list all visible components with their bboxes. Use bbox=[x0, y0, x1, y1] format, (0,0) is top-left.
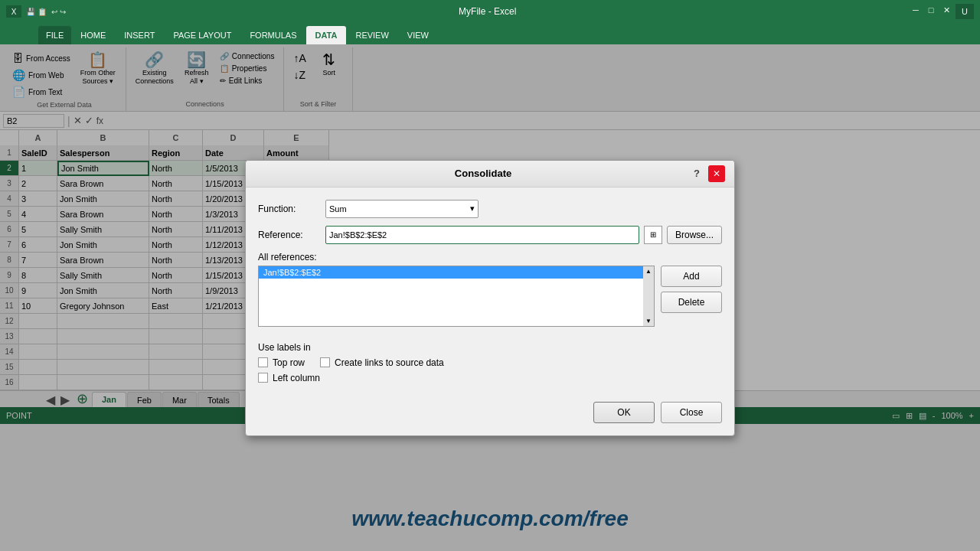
add-button[interactable]: Add bbox=[661, 266, 722, 287]
browse-button[interactable]: Browse... bbox=[667, 226, 722, 244]
ribbon-tab-bar: FILE HOME INSERT PAGE LAYOUT FORMULAS DA… bbox=[0, 23, 980, 44]
modal-footer: OK Close bbox=[246, 396, 734, 435]
tab-review[interactable]: REVIEW bbox=[346, 26, 397, 44]
reference-input[interactable] bbox=[325, 226, 639, 244]
left-column-checkbox-item[interactable]: Left column bbox=[258, 373, 320, 383]
modal-overlay: Consolidate ? ✕ Function: Sum ▾ Referenc… bbox=[0, 44, 980, 551]
left-column-checkbox[interactable] bbox=[258, 373, 268, 383]
ok-button[interactable]: OK bbox=[593, 402, 655, 423]
excel-icon: X bbox=[6, 5, 21, 18]
tab-formulas[interactable]: FORMULAS bbox=[240, 26, 305, 44]
title-bar-left: X 💾 📋 ↩ ↪ bbox=[6, 5, 66, 18]
reference-input-row: ⊞ Browse... bbox=[325, 226, 722, 244]
function-label: Function: bbox=[258, 204, 319, 214]
title-bar-controls[interactable]: ─ □ ✕ U bbox=[910, 4, 974, 19]
tab-data[interactable]: DATA bbox=[306, 26, 347, 44]
modal-title: Consolidate bbox=[278, 168, 688, 179]
modal-body: Function: Sum ▾ Reference: ⊞ Browse... bbox=[246, 187, 734, 396]
all-references-box: Jan!$B$2:$E$2 ▲ ▼ bbox=[258, 266, 655, 327]
close-button[interactable]: ✕ bbox=[940, 4, 952, 16]
maximize-button[interactable]: □ bbox=[925, 4, 937, 16]
all-references-label: All references: bbox=[258, 252, 722, 262]
use-labels-section: Use labels in Top row Create links to so… bbox=[258, 342, 722, 383]
scrollbar-down-arrow[interactable]: ▼ bbox=[644, 316, 653, 326]
tab-insert[interactable]: INSERT bbox=[115, 26, 164, 44]
checkbox-row: Top row Create links to source data bbox=[258, 357, 722, 368]
left-column-row: Left column bbox=[258, 373, 722, 383]
left-column-label: Left column bbox=[273, 373, 320, 383]
tab-home[interactable]: HOME bbox=[71, 26, 115, 44]
tab-page-layout[interactable]: PAGE LAYOUT bbox=[164, 26, 240, 44]
reference-label: Reference: bbox=[258, 230, 319, 240]
function-dropdown-icon: ▾ bbox=[470, 204, 475, 214]
top-row-checkbox[interactable] bbox=[258, 357, 268, 367]
modal-close-button[interactable]: ✕ bbox=[708, 165, 725, 182]
all-references-section: Jan!$B$2:$E$2 ▲ ▼ Add Delete bbox=[258, 266, 722, 334]
function-value: Sum bbox=[329, 204, 347, 214]
reference-row: Reference: ⊞ Browse... bbox=[258, 226, 722, 244]
modal-help-button[interactable]: ? bbox=[688, 165, 705, 182]
user-icon: U bbox=[956, 4, 974, 19]
tab-view[interactable]: VIEW bbox=[398, 26, 438, 44]
delete-button[interactable]: Delete bbox=[661, 292, 722, 313]
top-row-label: Top row bbox=[273, 357, 305, 368]
create-links-checkbox-item[interactable]: Create links to source data bbox=[320, 357, 444, 368]
modal-header: Consolidate ? ✕ bbox=[246, 161, 734, 187]
use-labels-title: Use labels in bbox=[258, 342, 722, 353]
all-ref-item[interactable]: Jan!$B$2:$E$2 bbox=[259, 266, 654, 279]
window-title: MyFile - Excel bbox=[459, 6, 516, 17]
function-row: Function: Sum ▾ bbox=[258, 200, 722, 218]
function-select[interactable]: Sum ▾ bbox=[325, 200, 479, 218]
consolidate-dialog: Consolidate ? ✕ Function: Sum ▾ Referenc… bbox=[245, 160, 735, 436]
create-links-label: Create links to source data bbox=[335, 357, 444, 368]
reference-select-icon: ⊞ bbox=[650, 230, 656, 239]
tab-file[interactable]: FILE bbox=[38, 26, 71, 44]
top-row-checkbox-item[interactable]: Top row bbox=[258, 357, 305, 368]
scrollbar-up-arrow[interactable]: ▲ bbox=[644, 266, 653, 276]
reference-select-button[interactable]: ⊞ bbox=[644, 226, 662, 244]
create-links-checkbox[interactable] bbox=[320, 357, 330, 367]
title-bar: X 💾 📋 ↩ ↪ MyFile - Excel ─ □ ✕ U bbox=[0, 0, 980, 23]
all-ref-action-buttons: Add Delete bbox=[661, 266, 722, 334]
minimize-button[interactable]: ─ bbox=[910, 4, 922, 16]
dialog-close-button[interactable]: Close bbox=[661, 402, 722, 423]
all-references-list: Jan!$B$2:$E$2 ▲ ▼ bbox=[258, 266, 655, 334]
all-references-scrollbar: ▲ ▼ bbox=[643, 266, 654, 326]
modal-header-icons: ? ✕ bbox=[688, 165, 725, 182]
